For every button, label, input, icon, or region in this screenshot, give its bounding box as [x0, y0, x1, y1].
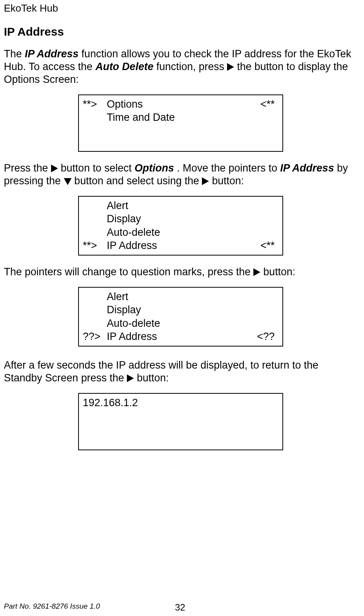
text: button and select using the — [74, 175, 202, 187]
triangle-right-icon — [253, 268, 260, 276]
screen-text: IP Address — [107, 330, 157, 343]
screen-text: Auto-delete — [107, 226, 160, 239]
pointer-left — [83, 212, 107, 226]
section-heading: IP Address — [4, 25, 356, 38]
paragraph-3: The pointers will change to question mar… — [4, 266, 356, 278]
term-options: Options — [135, 162, 174, 174]
screen-row: **> IP Address <** — [83, 239, 279, 252]
display-screen-options: **> Options <** Time and Date — [78, 94, 283, 152]
screen-row: **> Options <** — [83, 98, 279, 111]
screen-text: 192.168.1.2 — [83, 396, 138, 410]
screen-text: Display — [107, 303, 141, 317]
screen-row: Auto-delete — [83, 226, 279, 239]
text: button: — [137, 372, 169, 384]
triangle-down-icon — [64, 178, 72, 185]
triangle-right-icon — [202, 177, 209, 185]
page-footer: Part No. 9261-8276 Issue 1.0 32 — [4, 602, 356, 611]
screen-text: Alert — [107, 199, 128, 213]
screen-text: Options — [107, 98, 143, 111]
document-page: EkoTek Hub IP Address The IP Address fun… — [0, 0, 364, 616]
pointer-right — [275, 317, 279, 330]
screen-row: 192.168.1.2 — [83, 396, 279, 410]
term-auto-delete: Auto Delete — [96, 61, 154, 72]
text: . Move the pointers to — [177, 162, 280, 174]
pointer-left: ??> — [83, 330, 107, 343]
screen-row: Display — [83, 303, 279, 317]
triangle-right-icon — [127, 374, 134, 382]
screen-text: Display — [107, 212, 141, 226]
pointer-right — [275, 111, 279, 124]
pointer-left — [83, 317, 107, 330]
text: button: — [212, 175, 244, 187]
pointer-left — [83, 111, 107, 124]
pointer-left — [83, 290, 107, 304]
pointer-right: <?? — [257, 330, 279, 343]
screen-text: IP Address — [107, 239, 157, 252]
term-ip-address: IP Address — [25, 48, 79, 60]
screen-text: Auto-delete — [107, 317, 160, 330]
pointer-right — [275, 212, 279, 226]
text: The — [4, 48, 25, 60]
display-screen-result: 192.168.1.2 — [78, 393, 283, 450]
triangle-right-icon — [51, 165, 58, 172]
page-number: 32 — [175, 602, 185, 613]
pointer-left — [83, 226, 107, 239]
screen-row: Alert — [83, 199, 279, 213]
pointer-right — [275, 226, 279, 239]
text: function, press — [156, 61, 227, 72]
triangle-right-icon — [227, 63, 234, 71]
pointer-right: <** — [260, 239, 279, 252]
pointer-right — [275, 303, 279, 317]
screen-row: Display — [83, 212, 279, 226]
screen-row: Alert — [83, 290, 279, 304]
screen-row: Auto-delete — [83, 317, 279, 330]
pointer-left — [83, 199, 107, 213]
display-screen-question: Alert Display Auto-delete ??> IP Address… — [78, 287, 283, 347]
pointer-left: **> — [83, 98, 107, 111]
text: The pointers will change to question mar… — [4, 266, 253, 278]
text: Press the — [4, 162, 51, 174]
pointer-right — [275, 290, 279, 304]
paragraph-2: Press the button to select Options . Mov… — [4, 162, 356, 187]
paragraph-1: The IP Address function allows you to ch… — [4, 48, 356, 86]
pointer-right — [275, 199, 279, 213]
pointer-left: **> — [83, 239, 107, 252]
paragraph-4: After a few seconds the IP address will … — [4, 359, 356, 384]
screen-text: Time and Date — [107, 111, 175, 124]
text: button: — [263, 266, 296, 278]
term-ip-address: IP Address — [280, 162, 334, 174]
text: button to select — [61, 162, 135, 174]
screen-text: Alert — [107, 290, 128, 304]
part-number: Part No. 9261-8276 Issue 1.0 — [4, 602, 100, 611]
pointer-left — [83, 303, 107, 317]
document-header: EkoTek Hub — [4, 2, 356, 14]
display-screen-select-ip: Alert Display Auto-delete **> IP Address… — [78, 196, 283, 256]
pointer-right: <** — [260, 98, 279, 111]
screen-row: ??> IP Address <?? — [83, 330, 279, 343]
screen-row: Time and Date — [83, 111, 279, 124]
